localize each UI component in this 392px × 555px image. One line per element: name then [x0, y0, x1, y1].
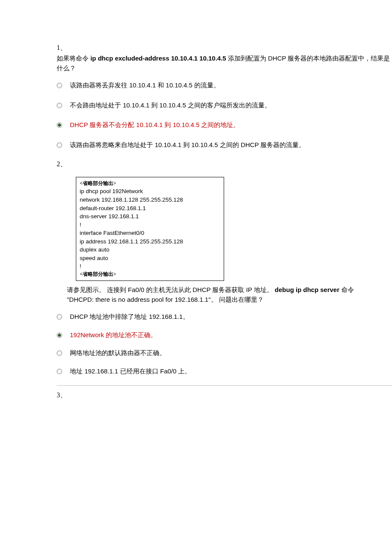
question-1-number: 1、 — [57, 43, 392, 53]
exhibit-line: default-router 192.168.1.1 — [80, 204, 220, 213]
radio-icon[interactable] — [57, 142, 62, 148]
radio-icon-selected[interactable] — [57, 332, 62, 338]
q1-option-3-label: DHCP 服务器不会分配 10.10.4.1 到 10.10.4.5 之间的地址… — [70, 120, 239, 130]
q2-desc-mid: 命令 — [340, 286, 354, 293]
q1-text-pre: 如果将命令 — [57, 55, 90, 62]
exhibit-line: dns-server 192.168.1.1 — [80, 212, 220, 221]
exhibit-line: network 192.168.1.128 255.255.255.128 — [80, 196, 220, 204]
page-content: 1、 如果将命令 ip dhcp excluded-address 10.10.… — [0, 0, 392, 516]
q1-option-4[interactable]: 该路由器将忽略来自地址处于 10.10.4.1 到 10.10.4.5 之间的 … — [57, 140, 392, 150]
exhibit-line: duplex auto — [80, 246, 220, 254]
q1-option-1-label: 该路由器将丢弃发往 10.10.4.1 和 10.10.4.5 的流量。 — [70, 81, 220, 90]
separator — [57, 385, 392, 386]
q2-option-1-label: DHCP 地址池中排除了地址 192.168.1.1。 — [70, 312, 189, 322]
radio-icon[interactable] — [57, 314, 62, 320]
q2-desc-pre: 请参见图示。 连接到 Fa0/0 的主机无法从此 DHCP 服务器获取 IP 地… — [67, 286, 275, 293]
q2-desc-line2: "DHCPD: there is no address pool for 192… — [67, 296, 264, 303]
question-2-exhibit: <省略部分输出> ip dhcp pool 192Network network… — [76, 177, 224, 281]
exhibit-line: ! — [80, 262, 220, 271]
q2-option-1[interactable]: DHCP 地址池中排除了地址 192.168.1.1。 — [57, 312, 392, 322]
exhibit-line: ip dhcp pool 192Network — [80, 187, 220, 196]
bottom-spacer — [57, 401, 392, 516]
radio-icon[interactable] — [57, 103, 62, 108]
radio-icon[interactable] — [57, 83, 62, 88]
question-1-options: 该路由器将丢弃发往 10.10.4.1 和 10.10.4.5 的流量。 不会路… — [57, 81, 392, 150]
exhibit-line: ip address 192.168.1.1 255.255.255.128 — [80, 237, 220, 246]
exhibit-omit-bottom: <省略部分输出> — [80, 271, 220, 278]
exhibit-line: interface FastEthernet0/0 — [80, 229, 220, 237]
q1-option-2-label: 不会路由地址处于 10.10.4.1 到 10.10.4.5 之间的客户端所发出… — [70, 101, 271, 110]
q1-option-2[interactable]: 不会路由地址处于 10.10.4.1 到 10.10.4.5 之间的客户端所发出… — [57, 101, 392, 110]
q1-text-cmd: ip dhcp excluded-address 10.10.4.1 10.10… — [90, 55, 226, 62]
q1-option-1[interactable]: 该路由器将丢弃发往 10.10.4.1 和 10.10.4.5 的流量。 — [57, 81, 392, 90]
question-1-text: 如果将命令 ip dhcp excluded-address 10.10.4.1… — [57, 54, 392, 73]
radio-icon[interactable] — [57, 350, 62, 356]
question-2-description: 请参见图示。 连接到 Fa0/0 的主机无法从此 DHCP 服务器获取 IP 地… — [67, 285, 392, 304]
exhibit-line: speed auto — [80, 254, 220, 263]
radio-icon[interactable] — [57, 369, 62, 374]
q2-option-2-label: 192Network 的地址池不正确。 — [70, 330, 157, 340]
radio-icon-selected[interactable] — [57, 122, 62, 128]
q2-desc-cmd: debug ip dhcp server — [275, 286, 340, 293]
exhibit-line: ! — [80, 221, 220, 229]
question-3-number: 3、 — [57, 390, 392, 400]
exhibit-omit-top: <省略部分输出> — [80, 180, 220, 187]
q1-option-3[interactable]: DHCP 服务器不会分配 10.10.4.1 到 10.10.4.5 之间的地址… — [57, 120, 392, 130]
q2-option-3[interactable]: 网络地址池的默认路由器不正确。 — [57, 348, 392, 358]
q2-option-2[interactable]: 192Network 的地址池不正确。 — [57, 330, 392, 340]
question-2-number: 2、 — [57, 159, 392, 169]
q2-option-4-label: 地址 192.168.1.1 已经用在接口 Fa0/0 上。 — [70, 367, 191, 376]
q2-option-4[interactable]: 地址 192.168.1.1 已经用在接口 Fa0/0 上。 — [57, 367, 392, 376]
question-2-options: DHCP 地址池中排除了地址 192.168.1.1。 192Network 的… — [57, 312, 392, 376]
q1-option-4-label: 该路由器将忽略来自地址处于 10.10.4.1 到 10.10.4.5 之间的 … — [70, 140, 305, 150]
q2-option-3-label: 网络地址池的默认路由器不正确。 — [70, 348, 166, 358]
